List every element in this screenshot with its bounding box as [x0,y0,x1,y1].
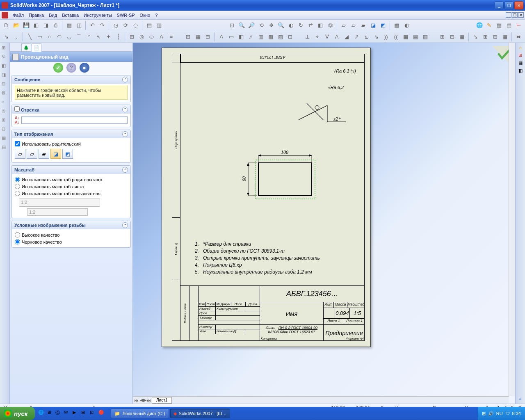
scale-select[interactable]: 1:2 [19,199,100,207]
cmd-icon[interactable]: ↯ [2,54,8,61]
zoom-fit-button[interactable]: ⊡ [227,21,237,30]
start-button[interactable]: пуск [0,407,35,420]
zoom-in-out-button[interactable]: 🔎 [247,21,256,30]
cmd-icon[interactable]: ⊡ [2,81,8,88]
pm-tab-props[interactable]: 📄 [32,43,41,52]
tb-btn[interactable]: )) [381,32,391,41]
mdi-restore-button[interactable]: ❐ [512,12,518,18]
cmd-icon[interactable]: ▤ [2,144,8,151]
menu-swrsp[interactable]: SWR-SP [114,11,137,19]
taskpane-icon[interactable]: ◧ [518,68,523,73]
drawing-sheet[interactable]: АБВГ 123456 Перв примен Справ № √Ra 6,3 … [162,48,371,347]
cmd-icon[interactable]: ⊟ [2,126,8,133]
tb-btn[interactable]: ◧ [316,21,325,30]
vertical-scrollbar[interactable] [509,43,515,396]
shaded-edges-button[interactable]: ◪ [369,21,378,30]
tb-btn[interactable]: ▥ [256,32,265,41]
tb-btn[interactable]: ⬌ [514,32,523,41]
open-button[interactable]: 📂 [11,21,21,30]
disp-wire-button[interactable]: ▱ [15,149,25,159]
tb-btn[interactable]: ◡ [64,32,74,41]
spline-button[interactable]: ∿ [94,32,103,41]
tb-btn[interactable]: ↘ [2,32,11,41]
scale-user-radio[interactable] [15,191,20,196]
tb-btn[interactable]: ⊢ [514,21,523,30]
new-button[interactable]: 🗋 [2,21,11,30]
disp-shaded-button[interactable]: ◩ [62,149,73,159]
taskpane-expand-icon[interactable]: « [519,396,521,401]
cmd-icon[interactable]: ◧ [2,63,8,70]
tb-btn[interactable]: ⌒ [74,32,84,41]
tb-btn[interactable]: ⊟ [447,32,457,41]
tb-btn[interactable]: ▦ [500,32,510,41]
tb-btn[interactable]: A [332,32,342,41]
tb-btn[interactable]: ⫽ [246,32,256,41]
ql-icon[interactable]: 🌐 [38,410,46,417]
minimize-button[interactable]: _ [495,1,504,9]
ql-icon[interactable]: 🖥 [47,410,54,417]
tb-btn[interactable]: ▥ [154,21,164,30]
ql-icon[interactable]: ✉ [64,410,71,417]
arc-button[interactable]: ◠ [55,32,64,41]
cmd-icon[interactable]: ○ [2,99,8,106]
cmd-icon[interactable]: ⊞ [2,117,8,124]
tb-btn[interactable]: ⏣ [326,21,335,30]
thread-hq-radio[interactable] [15,232,20,237]
menu-help[interactable]: ? [153,11,160,19]
disp-hlr-button[interactable]: ▰ [39,149,49,159]
circle-button[interactable]: ○ [45,32,54,41]
tb-btn[interactable]: ◎ [137,32,146,41]
tb-btn[interactable]: ✎ [484,21,494,30]
tb-btn[interactable]: A [217,32,226,41]
tb-btn[interactable]: ▭ [226,32,236,41]
tb-btn[interactable]: ▦ [64,21,74,30]
point-button[interactable]: ✦ [104,32,113,41]
tb-btn[interactable]: ⊟ [491,32,500,41]
mdi-minimize-button[interactable]: _ [506,12,511,18]
horizontal-scrollbar[interactable]: ⏮◀▶⏭ Лист1 [133,396,509,404]
pm-tab-tree[interactable]: 🌲 [21,43,31,52]
tb-btn[interactable]: ◫ [74,21,84,30]
tb-btn[interactable]: ⊞ [183,32,193,41]
wireframe-button[interactable]: ▱ [339,21,349,30]
close-button[interactable]: ✕ [514,1,523,9]
ql-icon[interactable]: Ⓒ [55,410,63,417]
sheet-tab[interactable]: Лист1 [152,397,172,404]
tb-btn[interactable]: ◞ [11,32,21,41]
hidden-removed-button[interactable]: ▰ [359,21,368,30]
collapse-icon[interactable]: ⌃ [122,167,128,173]
disp-hlv-button[interactable]: ▱ [27,149,37,159]
tray-icon[interactable]: 🔊 [488,411,494,416]
tb-btn[interactable]: ◨ [41,21,50,30]
redo-button[interactable]: ↷ [98,21,107,30]
use-parent-checkbox[interactable] [15,141,20,146]
text-button[interactable]: A [157,32,166,41]
tb-btn[interactable]: ⊞ [438,32,447,41]
cmd-icon[interactable]: ◎ [2,108,8,115]
menu-tools[interactable]: Инструменты [81,11,114,19]
pm-ok-button[interactable]: ✓ [53,63,63,73]
collapse-icon[interactable]: ⌃ [122,131,128,137]
thread-draft-radio[interactable] [15,239,20,244]
scale-input[interactable]: 1:2 [27,208,88,216]
ql-icon[interactable]: ⊞ [81,410,89,417]
undo-button[interactable]: ↶ [88,21,97,30]
rotate-view-button[interactable]: ⟲ [257,21,266,30]
tb-btn[interactable]: ⊡ [285,32,295,41]
shaded-button[interactable]: ◩ [379,21,388,30]
tb-btn[interactable]: (( [391,32,401,41]
tb-btn[interactable]: ≡ [167,32,176,41]
tb-btn[interactable]: ⊟ [203,32,212,41]
tb-btn[interactable]: ▦ [457,32,467,41]
tb-btn[interactable]: ▩ [266,32,275,41]
tb-btn[interactable]: ◐ [286,21,296,30]
scale-parent-radio[interactable] [15,177,20,182]
hidden-lines-button[interactable]: ▱ [349,21,358,30]
tb-btn[interactable]: ◷ [111,21,121,30]
tray-clock[interactable]: 8:34 [512,411,521,416]
menu-window[interactable]: Окно [137,11,153,19]
tb-btn[interactable]: ▤ [504,21,514,30]
taskbar-task[interactable]: ◆SolidWorks 2007 - [Ш… [170,409,231,418]
collapse-icon[interactable]: ⌃ [122,107,128,112]
tb-btn[interactable]: ⊾ [362,32,371,41]
